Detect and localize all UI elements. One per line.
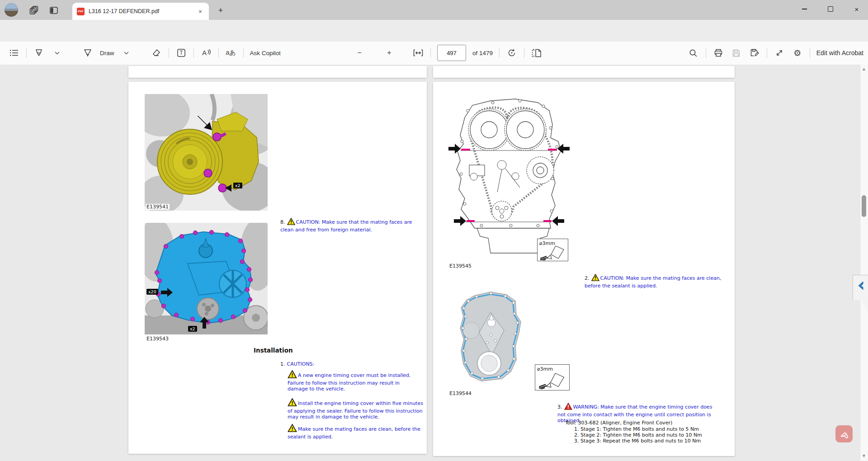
x2-badge: x2	[233, 183, 242, 188]
svg-text:!: !	[291, 426, 293, 432]
highlighter-dropdown-chevron-icon[interactable]	[51, 46, 63, 60]
tool-note: Tool: 303-682 (Aligner, Engine Front Cov…	[565, 420, 672, 426]
toolbar-separator	[499, 48, 500, 58]
figure-e139544: E139544	[448, 287, 538, 389]
eraser-icon[interactable]	[151, 46, 162, 60]
tab-close-icon[interactable]: ×	[196, 7, 204, 15]
x20-badge: x20	[146, 289, 158, 295]
toolbar-separator	[243, 48, 244, 58]
page-number-input[interactable]	[437, 45, 466, 61]
figure-e139541: x2 E139541	[145, 94, 268, 211]
figure-caption: E139543	[146, 336, 170, 342]
scrollbar-track[interactable]	[860, 65, 868, 461]
sealant-inset: ⌀3mm	[535, 364, 570, 390]
workspaces-icon[interactable]	[29, 5, 39, 15]
figure-caption: E139545	[448, 263, 472, 269]
page-view-icon[interactable]	[531, 46, 542, 60]
pdf-file-icon: PDF	[77, 8, 85, 15]
chevron-left-icon	[857, 281, 864, 291]
vertical-tabs-icon[interactable]	[49, 5, 59, 15]
draw-pen-icon[interactable]	[82, 46, 94, 60]
window-maximize-button[interactable]	[820, 0, 841, 18]
svg-text:!: !	[567, 405, 569, 409]
minimize-icon	[802, 9, 807, 9]
warning-triangle-icon: !	[564, 403, 572, 412]
page-total-label: of 1479	[472, 50, 493, 56]
water-pump-illustration	[145, 94, 268, 211]
caution-text: A new engine timing cover must be instal…	[288, 372, 411, 392]
caution-paragraph: !Install the engine timing cover within …	[288, 398, 423, 420]
caution-text: Install the engine timing cover within f…	[288, 400, 423, 420]
step-1-cautions: 1.CAUTIONS:	[280, 361, 314, 367]
zoom-out-button[interactable]: −	[354, 46, 365, 60]
pdf-viewport: x2 E139541	[0, 65, 868, 461]
rotate-icon[interactable]	[506, 46, 518, 60]
pdf-page-left: x2 E139541	[128, 82, 427, 454]
figure-caption: E139544	[448, 390, 472, 396]
draw-label[interactable]: Draw	[100, 50, 114, 56]
close-icon: ×	[855, 6, 859, 13]
settings-gear-icon[interactable]: ⚙	[792, 46, 803, 60]
sealant-tube-icon	[538, 246, 567, 260]
acrobat-logo-icon	[839, 429, 849, 439]
caution-text: CAUTION: Make sure that the mating faces…	[280, 219, 412, 233]
figure-e139545: ⌀3mm E139545	[448, 93, 571, 261]
scroll-up-icon[interactable]: ▲	[861, 66, 867, 71]
installation-heading: Installation	[254, 348, 293, 354]
search-icon[interactable]	[688, 46, 699, 60]
svg-text:!: !	[290, 220, 292, 225]
figure-caption: E139541	[146, 204, 170, 210]
step-8-caution: 8.!CAUTION: Make sure that the mating fa…	[280, 218, 416, 233]
toolbar-separator	[26, 48, 27, 58]
highlighter-icon[interactable]	[33, 46, 45, 60]
add-text-icon[interactable]: T	[175, 46, 187, 60]
previous-page-fragment-right	[433, 66, 735, 78]
acrobat-floating-button[interactable]	[835, 425, 853, 442]
x2-badge: x2	[188, 326, 197, 332]
window-close-button[interactable]: ×	[846, 0, 867, 18]
svg-text:!: !	[594, 276, 596, 281]
step-number: 2.	[585, 275, 591, 281]
stage-line: 2. Stage 2: Tighten the M6 bolts and nut…	[574, 432, 702, 438]
caution-triangle-icon: !	[288, 370, 297, 380]
sealant-diameter-label: ⌀3mm	[537, 366, 553, 372]
caution-triangle-icon: !	[591, 274, 599, 283]
ask-copilot-button[interactable]: Ask Copilot	[250, 50, 281, 56]
step-number: 1.	[280, 361, 287, 367]
scroll-down-icon[interactable]: ▼	[861, 453, 867, 458]
edit-with-acrobat-button[interactable]: Edit with Acrobat	[816, 49, 863, 56]
pdf-toolbar: Draw T A aあ Ask Copilot − + of 1479	[0, 42, 868, 65]
toolbar-separator	[193, 48, 194, 58]
toolbar-separator	[430, 48, 431, 58]
svg-text:!: !	[291, 372, 293, 378]
figure-e139543: x20 x2 E139543	[145, 223, 268, 334]
tab-strip: PDF L316 12-17 DEFENDER.pdf × + ×	[0, 0, 868, 20]
table-of-contents-icon[interactable]	[8, 46, 20, 60]
timing-cover-sealant-drawing	[448, 287, 538, 389]
print-icon[interactable]	[712, 46, 724, 60]
scrollbar-thumb[interactable]	[862, 195, 866, 217]
save-icon[interactable]	[731, 46, 742, 60]
profile-avatar[interactable]	[5, 3, 18, 17]
draw-dropdown-chevron-icon[interactable]	[121, 46, 132, 60]
active-tab[interactable]: PDF L316 12-17 DEFENDER.pdf ×	[72, 3, 209, 20]
toolbar-separator	[810, 48, 810, 58]
save-as-icon[interactable]	[749, 46, 760, 60]
caution-triangle-icon: !	[288, 424, 297, 434]
window-minimize-button[interactable]	[794, 0, 815, 18]
new-tab-button[interactable]: +	[215, 5, 226, 16]
svg-text:T: T	[179, 50, 183, 56]
fit-to-width-icon[interactable]	[412, 46, 424, 60]
read-aloud-icon[interactable]: A	[200, 46, 212, 60]
caution-paragraph: !Make sure the mating faces are clean, b…	[288, 424, 421, 440]
toolbar-separator	[767, 48, 767, 58]
expand-icon[interactable]	[774, 46, 785, 60]
caution-paragraph: !A new engine timing cover must be insta…	[288, 370, 421, 392]
sealant-inset: ⌀3mm	[537, 239, 568, 261]
previous-page-fragment-left	[128, 66, 427, 78]
stage-line: 3. Stage 3: Repeat the M6 bolts and nuts…	[574, 438, 701, 444]
zoom-in-button[interactable]: +	[383, 46, 395, 60]
toolbar-separator	[706, 48, 706, 58]
translate-icon[interactable]: aあ	[225, 46, 237, 60]
sealant-tube-icon	[537, 373, 568, 389]
